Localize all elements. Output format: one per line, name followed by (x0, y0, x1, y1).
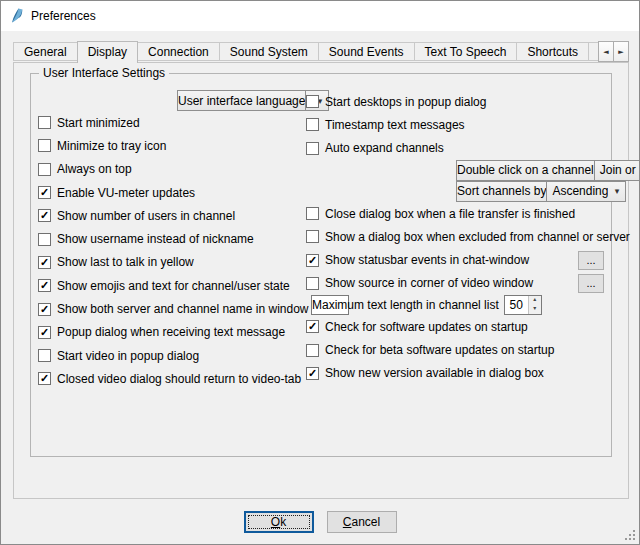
spinbox-maximum-text-length-in-channel-list[interactable]: 50▴▾ (504, 295, 542, 315)
checkbox-popup-dialog-when-receiving-text-message[interactable]: ✓Popup dialog when receiving text messag… (38, 325, 285, 339)
tab-bar: GeneralDisplayConnectionSound SystemSoun… (13, 41, 629, 63)
tab-connection[interactable]: Connection (137, 42, 220, 61)
checkbox-box[interactable] (38, 163, 51, 176)
checkbox-show-username-instead-of-nickname[interactable]: Show username instead of nickname (38, 232, 254, 246)
checkbox-label: Enable VU-meter updates (57, 186, 195, 200)
checkbox-box[interactable]: ✓ (306, 320, 319, 333)
tab-scroll-right-button[interactable]: ► (613, 41, 629, 62)
combo-double-click-on-a-channel[interactable]: Join or leave▾ (594, 160, 640, 181)
row-start-minimized: Start minimized (38, 111, 306, 134)
checkbox-enable-vu-meter-updates[interactable]: ✓Enable VU-meter updates (38, 186, 195, 200)
checkbox-box[interactable] (38, 233, 51, 246)
checkbox-show-new-version-available-in-dialog-box[interactable]: ✓Show new version available in dialog bo… (306, 366, 544, 380)
row-show-number-of-users-in-channel: ✓Show number of users in channel (38, 204, 306, 227)
row-show-new-version-available-in-dialog-box: ✓Show new version available in dialog bo… (306, 362, 604, 385)
checkbox-show-statusbar-events-in-chat-window[interactable]: ✓Show statusbar events in chat-window (306, 253, 529, 267)
ellipsis-button[interactable]: ... (578, 274, 604, 293)
checkbox-closed-video-dialog-should-return-to-video-tab[interactable]: ✓Closed video dialog should return to vi… (38, 372, 301, 386)
row-user-interface-language: User interface language▾ (177, 90, 306, 111)
checkbox-always-on-top[interactable]: Always on top (38, 162, 132, 176)
tab-scroll-control: ◄ ► (598, 41, 629, 62)
checkbox-box[interactable]: ✓ (38, 372, 51, 385)
checkbox-box[interactable]: ✓ (38, 256, 51, 269)
ellipsis-button[interactable]: ... (578, 251, 604, 270)
checkbox-box[interactable]: ✓ (306, 367, 319, 380)
spin-label: Maximum text length in channel list (312, 298, 499, 312)
checkbox-box[interactable] (306, 277, 319, 290)
checkbox-box[interactable]: ✓ (38, 326, 51, 339)
row-always-on-top: Always on top (38, 158, 306, 181)
checkbox-show-source-in-corner-of-video-window[interactable]: Show source in corner of video window (306, 276, 533, 290)
checkbox-label: Show last to talk in yellow (57, 255, 194, 269)
checkbox-label: Popup dialog when receiving text message (57, 325, 285, 339)
group-title: User Interface Settings (39, 66, 169, 80)
tab-display[interactable]: Display (77, 41, 138, 63)
combo-label: User interface language (178, 94, 305, 108)
checkbox-auto-expand-channels[interactable]: Auto expand channels (306, 141, 444, 155)
checkbox-box[interactable]: ✓ (38, 209, 51, 222)
checkbox-box[interactable] (306, 230, 319, 243)
combo-value: Ascending (547, 184, 608, 198)
checkbox-start-desktops-in-popup-dialog[interactable]: Start desktops in popup dialog (306, 95, 486, 109)
row-start-video-in-popup-dialog: Start video in popup dialog (38, 344, 306, 367)
row-show-last-to-talk-in-yellow: ✓Show last to talk in yellow (38, 251, 306, 274)
checkbox-label: Auto expand channels (325, 141, 444, 155)
checkbox-show-both-server-and-channel-name-in-window-title[interactable]: ✓Show both server and channel name in wi… (38, 302, 306, 316)
checkbox-box[interactable] (306, 207, 319, 220)
row-minimize-to-tray-icon: Minimize to tray icon (38, 134, 306, 157)
checkbox-box[interactable] (306, 344, 319, 357)
checkbox-label: Show statusbar events in chat-window (325, 253, 529, 267)
row-check-for-beta-software-updates-on-startup: Check for beta software updates on start… (306, 338, 604, 361)
checkbox-show-emojis-and-text-for-channel-user-state[interactable]: ✓Show emojis and text for channel/user s… (38, 279, 290, 293)
group-user-interface-settings: User Interface Settings User interface l… (30, 73, 612, 457)
checkbox-box[interactable]: ✓ (38, 279, 51, 292)
combo-sort-channels-by[interactable]: Ascending▾ (546, 181, 626, 202)
checkbox-box[interactable]: ✓ (38, 303, 51, 316)
checkbox-box[interactable]: ✓ (306, 254, 319, 267)
checkbox-label: Show both server and channel name in win… (57, 302, 331, 316)
checkbox-show-number-of-users-in-channel[interactable]: ✓Show number of users in channel (38, 209, 235, 223)
tab-sound-system[interactable]: Sound System (219, 42, 319, 61)
checkbox-show-a-dialog-box-when-excluded-from-channel-or-server[interactable]: Show a dialog box when excluded from cha… (306, 230, 604, 244)
row-timestamp-text-messages: Timestamp text messages (306, 113, 604, 136)
checkbox-box[interactable] (306, 95, 319, 108)
checkbox-label: Show username instead of nickname (57, 232, 254, 246)
checkbox-check-for-software-updates-on-startup[interactable]: ✓Check for software updates on startup (306, 320, 528, 334)
checkbox-box[interactable] (306, 118, 319, 131)
row-popup-dialog-when-receiving-text-message: ✓Popup dialog when receiving text messag… (38, 321, 306, 344)
tab-general[interactable]: General (13, 42, 78, 61)
checkbox-box[interactable] (38, 349, 51, 362)
row-show-emojis-and-text-for-channel-user-state: ✓Show emojis and text for channel/user s… (38, 274, 306, 297)
checkbox-timestamp-text-messages[interactable]: Timestamp text messages (306, 118, 465, 132)
tab-shortcuts[interactable]: Shortcuts (516, 42, 589, 61)
app-icon (9, 8, 25, 24)
checkbox-minimize-to-tray-icon[interactable]: Minimize to tray icon (38, 139, 166, 153)
ok-button[interactable]: Ok (244, 511, 314, 533)
resize-grip[interactable] (624, 529, 636, 541)
checkbox-box[interactable] (38, 139, 51, 152)
checkbox-close-dialog-box-when-a-file-transfer-is-finished[interactable]: Close dialog box when a file transfer is… (306, 207, 575, 221)
window-title: Preferences (31, 9, 96, 23)
row-show-statusbar-events-in-chat-window: ✓Show statusbar events in chat-window... (306, 248, 604, 271)
right-column: Start desktops in popup dialogTimestamp … (306, 90, 604, 391)
row-double-click-on-a-channel: Double click on a channelJoin or leave▾ (456, 160, 604, 181)
dialog-buttons: Ok Cancel (1, 511, 639, 533)
checkbox-start-minimized[interactable]: Start minimized (38, 116, 140, 130)
row-start-desktops-in-popup-dialog: Start desktops in popup dialog (306, 90, 604, 113)
cancel-button[interactable]: Cancel (327, 511, 397, 533)
row-show-both-server-and-channel-name-in-window-title: ✓Show both server and channel name in wi… (38, 297, 306, 320)
tab-sound-events[interactable]: Sound Events (318, 42, 415, 61)
checkbox-show-last-to-talk-in-yellow[interactable]: ✓Show last to talk in yellow (38, 255, 194, 269)
checkbox-label: Start minimized (57, 116, 140, 130)
checkbox-check-for-beta-software-updates-on-startup[interactable]: Check for beta software updates on start… (306, 343, 554, 357)
spin-down-icon[interactable]: ▾ (529, 305, 541, 314)
tab-scroll-left-button[interactable]: ◄ (598, 41, 614, 62)
checkbox-box[interactable] (38, 116, 51, 129)
titlebar[interactable]: Preferences (1, 1, 639, 31)
tab-text-to-speech[interactable]: Text To Speech (414, 42, 518, 61)
checkbox-label: Show number of users in channel (57, 209, 235, 223)
checkbox-box[interactable]: ✓ (38, 186, 51, 199)
checkbox-box[interactable] (306, 142, 319, 155)
checkbox-start-video-in-popup-dialog[interactable]: Start video in popup dialog (38, 349, 199, 363)
checkbox-label: Start desktops in popup dialog (325, 95, 486, 109)
